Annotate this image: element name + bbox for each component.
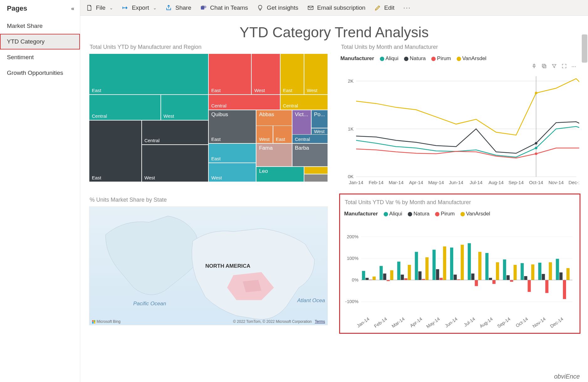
svg-point-27 <box>535 147 537 149</box>
svg-text:Feb-14: Feb-14 <box>373 316 388 329</box>
treemap-title: Total Units YTD by Manufacturer and Regi… <box>89 42 328 54</box>
svg-rect-79 <box>404 278 407 280</box>
svg-text:Oct-14: Oct-14 <box>515 316 529 328</box>
svg-point-26 <box>535 142 537 144</box>
page-item-sentiment[interactable]: Sentiment <box>0 49 80 65</box>
pages-sidebar: Pages « Market Share YTD Category Sentim… <box>0 0 80 382</box>
svg-text:100%: 100% <box>347 256 358 261</box>
svg-rect-30 <box>94 320 96 322</box>
share-button[interactable]: Share <box>165 4 192 11</box>
svg-rect-73 <box>507 275 510 280</box>
svg-text:-100%: -100% <box>345 299 359 304</box>
map-title: % Units Market Share by State <box>89 195 328 206</box>
svg-text:Jul-14: Jul-14 <box>470 180 483 185</box>
bulb-icon <box>257 4 264 11</box>
svg-text:May-14: May-14 <box>425 316 441 329</box>
map-terms-link[interactable]: Terms <box>315 319 325 324</box>
svg-text:T: T <box>202 5 205 9</box>
svg-rect-85 <box>510 280 513 282</box>
export-button[interactable]: Export⌄ <box>122 4 157 11</box>
share-icon <box>165 4 172 11</box>
svg-rect-31 <box>92 322 94 323</box>
svg-rect-76 <box>559 272 563 280</box>
svg-rect-67 <box>401 275 404 280</box>
svg-rect-84 <box>492 280 496 284</box>
page-item-ytd-category[interactable]: YTD Category <box>0 34 80 49</box>
svg-text:Mar-14: Mar-14 <box>391 316 406 329</box>
svg-text:Aug-14: Aug-14 <box>489 180 504 185</box>
svg-rect-64 <box>556 259 559 280</box>
report-title: YTD Category Trend Analysis <box>87 16 582 42</box>
pages-title: Pages <box>7 4 27 13</box>
svg-rect-71 <box>471 274 474 280</box>
svg-rect-74 <box>524 276 527 280</box>
svg-rect-29 <box>92 320 94 322</box>
svg-rect-57 <box>433 250 436 280</box>
svg-rect-54 <box>380 266 383 280</box>
treemap-visual[interactable]: Total Units YTD by Manufacturer and Regi… <box>89 42 328 192</box>
svg-rect-69 <box>436 269 439 280</box>
line-chart-title: Total Units by Month and Manufacturer <box>340 42 579 54</box>
svg-text:Jan-14: Jan-14 <box>349 180 363 185</box>
svg-rect-95 <box>478 252 481 280</box>
teams-icon: T <box>200 4 207 11</box>
svg-rect-88 <box>563 280 566 299</box>
bing-logo: Microsoft Bing <box>92 319 120 324</box>
svg-rect-87 <box>545 280 549 293</box>
page-item-growth[interactable]: Growth Opportunities <box>0 65 80 81</box>
svg-text:Jul-14: Jul-14 <box>463 316 476 328</box>
scrollbar-thumb[interactable] <box>582 34 587 63</box>
page-item-market-share[interactable]: Market Share <box>0 18 80 34</box>
svg-text:Aug-14: Aug-14 <box>479 316 494 329</box>
more-options-button[interactable]: ··· <box>403 4 411 12</box>
svg-rect-83 <box>475 280 478 286</box>
svg-text:Sep-14: Sep-14 <box>508 180 523 185</box>
svg-text:Apr-14: Apr-14 <box>409 316 423 328</box>
svg-rect-61 <box>503 260 506 280</box>
provider-brand: obviEnce <box>554 373 580 380</box>
file-button[interactable]: File⌄ <box>86 4 113 11</box>
svg-rect-78 <box>387 280 390 281</box>
edit-button[interactable]: Edit <box>374 4 395 11</box>
collapse-sidebar-icon[interactable]: « <box>71 5 74 12</box>
bar-chart-legend: Manufacturer Aliqui Natura Pirum VanArsd… <box>344 209 575 221</box>
svg-rect-53 <box>362 271 365 280</box>
svg-rect-97 <box>513 265 517 280</box>
insights-button[interactable]: Get insights <box>257 4 298 11</box>
svg-rect-70 <box>454 275 457 280</box>
file-icon <box>86 4 93 11</box>
svg-text:Apr-14: Apr-14 <box>409 180 423 185</box>
svg-text:Nov-14: Nov-14 <box>532 316 547 329</box>
svg-text:Dec-14: Dec-14 <box>569 180 579 185</box>
svg-rect-65 <box>365 278 369 280</box>
chevron-down-icon: ⌄ <box>109 5 113 10</box>
svg-rect-96 <box>496 262 499 280</box>
svg-text:0%: 0% <box>352 277 359 282</box>
svg-rect-32 <box>94 322 96 323</box>
svg-rect-94 <box>461 245 464 280</box>
svg-rect-3 <box>308 6 313 9</box>
svg-rect-86 <box>528 280 531 292</box>
svg-text:Jun-14: Jun-14 <box>449 180 463 185</box>
svg-rect-90 <box>390 270 393 280</box>
bar-chart-visual[interactable]: Total Units YTD Var % by Month and Manuf… <box>340 195 579 333</box>
svg-text:Jun-14: Jun-14 <box>444 316 459 328</box>
svg-rect-99 <box>549 262 552 280</box>
map-visual[interactable]: % Units Market Share by State NORTH AMER… <box>89 195 328 333</box>
svg-point-25 <box>535 92 537 94</box>
svg-rect-93 <box>443 246 446 280</box>
continent-label: NORTH AMERICA <box>205 263 250 269</box>
chevron-down-icon: ⌄ <box>153 5 157 10</box>
svg-text:Dec-14: Dec-14 <box>549 316 564 329</box>
svg-text:2K: 2K <box>348 78 354 84</box>
svg-rect-100 <box>566 268 570 280</box>
svg-text:Oct-14: Oct-14 <box>529 180 543 185</box>
svg-text:Feb-14: Feb-14 <box>369 180 384 185</box>
svg-rect-75 <box>542 274 545 280</box>
svg-text:0K: 0K <box>348 174 354 179</box>
chat-teams-button[interactable]: T Chat in Teams <box>200 4 248 11</box>
svg-rect-80 <box>422 279 425 280</box>
email-subscription-button[interactable]: Email subscription <box>307 4 365 11</box>
svg-rect-66 <box>383 274 386 280</box>
svg-point-28 <box>535 152 537 155</box>
